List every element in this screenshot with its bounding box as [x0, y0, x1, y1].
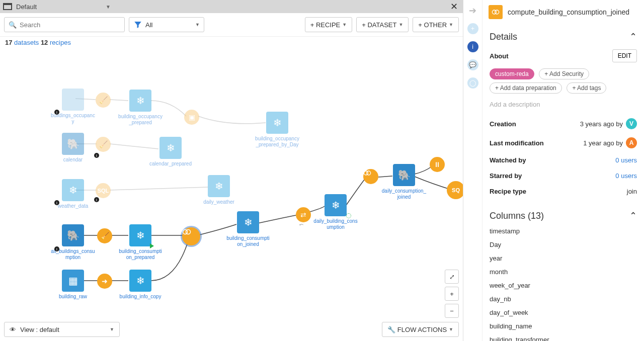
add-security-button[interactable]: + Add Security	[539, 68, 589, 79]
lastmod-label: Last modification	[490, 139, 544, 147]
column-item[interactable]: year	[490, 251, 637, 265]
join-icon	[492, 8, 500, 16]
panel-title: compute_building_consumption_joined	[508, 8, 629, 16]
dataset-daily-building-consumption[interactable]: ❄daily_building_consumption	[313, 194, 358, 230]
rail-info-icon[interactable]: i	[467, 41, 478, 52]
lastmod-value: 1 year ago by	[583, 139, 623, 147]
view-label: View : default	[20, 326, 59, 333]
flow-canvas[interactable]: buildings_occupancy i 🧹 ❄building_occupa…	[0, 48, 463, 341]
eye-icon: 👁	[10, 326, 16, 333]
columns-list: timestampDayyearmonthweek_of_yearday_nbd…	[490, 224, 637, 341]
zoom-controls: ⤢ + −	[445, 270, 459, 318]
dataset-building-raw[interactable]: ▦building_raw	[50, 270, 96, 300]
dataset-building-occupancy-by-day[interactable]: ❄building_occupancy_prepared_by_Day	[255, 112, 300, 147]
add-dataset-button[interactable]: + DATASET▼	[356, 17, 409, 32]
join-icon	[182, 227, 191, 236]
recipe-icon	[489, 5, 503, 19]
add-recipe-button[interactable]: + RECIPE▼	[305, 17, 353, 32]
description-placeholder[interactable]: Add a description	[490, 98, 637, 114]
recipe-sql-out[interactable]: SQ	[447, 181, 463, 199]
flow-tab-icon	[3, 3, 12, 10]
info-icon[interactable]: i	[94, 153, 99, 158]
column-item[interactable]: building_transformer	[490, 333, 637, 341]
column-item[interactable]: timestamp	[490, 224, 637, 238]
folder-icon	[50, 89, 59, 98]
column-item[interactable]: Day	[490, 238, 637, 251]
wrench-icon: 🔧	[387, 326, 395, 333]
counts-line: 17 datasets 12 recipes	[0, 37, 463, 48]
close-icon[interactable]: ✕	[448, 1, 460, 12]
dataset-building-info-copy[interactable]: ❄building_info_copy	[118, 270, 163, 300]
details-section-header[interactable]: Details ⌃	[490, 28, 637, 45]
info-icon[interactable]: i	[54, 110, 59, 115]
tab-bar: Default ▼ ✕	[0, 0, 463, 13]
recipe-prepare-3[interactable]: 🧹	[97, 228, 112, 243]
add-data-prep-button[interactable]: + Add data preparation	[490, 82, 562, 94]
view-selector[interactable]: 👁 View : default ▼	[4, 322, 120, 337]
recipe-pause[interactable]: ⏸	[430, 157, 445, 172]
filter-value: All	[145, 21, 152, 29]
recipe-sync[interactable]: ➜	[97, 274, 112, 289]
collapse-icon[interactable]: ➔	[469, 5, 476, 16]
dataset-building-occupancy-prepared[interactable]: ❄building_occupancy_prepared	[118, 90, 163, 125]
dataset-calendar-prepared[interactable]: ❄calendar_prepared	[148, 137, 193, 167]
tab-title[interactable]: Default	[16, 3, 102, 11]
flow-actions-button[interactable]: 🔧 FLOW ACTIONS ▼	[382, 322, 459, 337]
column-item[interactable]: day_nb	[490, 292, 637, 306]
dataset-building-consumption-joined[interactable]: ❄building_consumption_joined	[225, 211, 271, 247]
info-icon[interactable]: i	[94, 197, 99, 202]
recipe-group[interactable]: ▣	[184, 110, 199, 125]
starred-label: Starred by	[490, 172, 522, 180]
creation-label: Creation	[490, 120, 516, 128]
tab-dropdown-caret[interactable]: ▼	[106, 4, 111, 10]
recipe-sql[interactable]: SQL	[96, 183, 111, 198]
side-rail: ➔ + i 💬 ◯	[463, 0, 482, 341]
svg-point-5	[495, 10, 499, 14]
edit-button[interactable]: EDIT	[612, 49, 637, 62]
right-side: ➔ + i 💬 ◯ compute_building_consumption_j…	[463, 0, 644, 341]
about-label: About	[490, 52, 509, 60]
starred-value[interactable]: 0 users	[615, 172, 637, 180]
zoom-in-button[interactable]: +	[445, 287, 459, 301]
tag-custom[interactable]: custom-reda	[490, 68, 534, 79]
column-item[interactable]: week_of_year	[490, 279, 637, 292]
watched-label: Watched by	[490, 156, 526, 164]
funnel-icon	[133, 20, 142, 29]
modifier-avatar[interactable]: A	[626, 137, 637, 148]
svg-point-1	[186, 230, 191, 234]
details-panel: compute_building_consumption_joined Deta…	[482, 0, 644, 341]
rail-comment-icon[interactable]: 💬	[467, 59, 478, 70]
recipe-prepare-2[interactable]: 🧹	[96, 137, 111, 152]
dataset-calendar[interactable]: 🐘calendar	[50, 133, 96, 163]
column-item[interactable]: month	[490, 265, 637, 279]
zoom-out-button[interactable]: −	[445, 304, 459, 318]
dataset-building-consumption-prepared[interactable]: ❄building_consumption_prepared	[118, 224, 163, 260]
recipe-join-selected[interactable]	[182, 227, 200, 245]
info-icon[interactable]: i	[54, 246, 59, 251]
rail-schema-icon[interactable]: ◯	[467, 77, 478, 89]
rail-add-icon[interactable]: +	[467, 23, 478, 34]
columns-section-header[interactable]: Columns (13) ⌃	[490, 207, 637, 224]
fit-button[interactable]: ⤢	[445, 270, 459, 284]
dataset-buildings-occupancy[interactable]: buildings_occupancy	[50, 89, 96, 124]
search-input-wrapper[interactable]: 🔍	[4, 17, 125, 32]
dataset-daily-consumption-joined[interactable]: 🐘daily_consumption_joined	[381, 164, 427, 200]
dataset-daily-weather[interactable]: ❄daily_weather	[196, 175, 242, 205]
recipe-pivot[interactable]: ⇄	[296, 207, 311, 222]
creator-avatar[interactable]: V	[626, 118, 637, 129]
recipe-join-2[interactable]	[363, 169, 378, 184]
filter-dropdown[interactable]: All ▼	[129, 17, 204, 32]
svg-point-3	[367, 171, 371, 175]
play-icon[interactable]	[150, 243, 154, 248]
add-tags-button[interactable]: + Add tags	[567, 82, 606, 94]
watched-value[interactable]: 0 users	[615, 156, 637, 164]
search-input[interactable]	[20, 21, 120, 29]
column-item[interactable]: building_name	[490, 319, 637, 333]
column-item[interactable]: day_of_week	[490, 306, 637, 319]
recipe-prepare[interactable]: 🧹	[96, 93, 111, 108]
info-icon[interactable]: i	[54, 200, 59, 205]
type-label: Recipe type	[490, 188, 526, 195]
dataset-all-buildings-consumption[interactable]: 🐘all_buildings_consumption	[50, 224, 96, 260]
add-other-button[interactable]: + OTHER▼	[413, 17, 459, 32]
join-icon	[363, 169, 371, 177]
